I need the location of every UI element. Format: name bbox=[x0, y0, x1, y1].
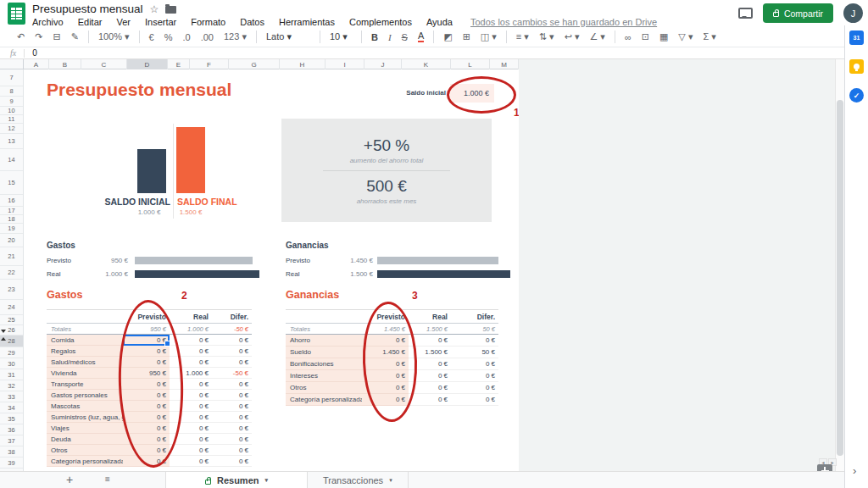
row-header-11[interactable]: 11 bbox=[0, 115, 23, 124]
cell-value[interactable]: 0 € bbox=[212, 379, 252, 390]
cell-value[interactable]: 0 € bbox=[212, 412, 252, 423]
row-header-33[interactable]: 33 bbox=[0, 391, 23, 402]
borders-icon[interactable]: ⊞ bbox=[463, 31, 470, 42]
merge-cells-select[interactable]: ◫ ▾ bbox=[481, 31, 497, 42]
font-select[interactable]: Lato ▾ bbox=[266, 31, 310, 42]
all-sheets-icon[interactable]: ≡ bbox=[105, 474, 111, 484]
cell-value[interactable]: 0 € bbox=[451, 394, 498, 406]
currency-format-icon[interactable]: € bbox=[149, 32, 154, 42]
cell-value[interactable]: 0 € bbox=[170, 456, 212, 467]
formula-input[interactable]: 0 bbox=[32, 48, 37, 58]
move-folder-icon[interactable] bbox=[165, 6, 176, 14]
row-header-17[interactable]: 17 bbox=[0, 207, 23, 215]
cell-value[interactable]: 0 € bbox=[409, 394, 451, 406]
row-header-22[interactable]: 22 bbox=[0, 266, 23, 280]
print-icon[interactable]: ⊟ bbox=[53, 31, 60, 42]
cell-value[interactable]: 0 € bbox=[212, 401, 252, 412]
row-label[interactable]: Suministros (luz, agua, gas, etc.) bbox=[47, 412, 123, 423]
row-header-31[interactable]: 31 bbox=[0, 369, 23, 380]
row-label[interactable]: Viajes bbox=[47, 423, 123, 434]
cell-value[interactable]: 0 € bbox=[212, 434, 252, 445]
row-header-19[interactable]: 19 bbox=[0, 224, 23, 234]
hide-panel-chevron-icon[interactable]: › bbox=[853, 464, 856, 477]
row-label[interactable]: Categoría personalizada bbox=[286, 394, 362, 406]
paint-format-icon[interactable]: ✎ bbox=[71, 31, 79, 42]
row-header-8[interactable]: 8 bbox=[0, 86, 23, 97]
column-header-C[interactable]: C bbox=[81, 59, 127, 69]
sheet-tab-menu-icon[interactable]: ▾ bbox=[389, 477, 392, 484]
sheet-canvas[interactable]: Presupuesto mensual Saldo inicial 1.000 … bbox=[24, 69, 519, 471]
column-header-E[interactable]: E bbox=[168, 59, 190, 69]
row-label[interactable]: Ahorro bbox=[286, 335, 362, 347]
row-header-7[interactable]: 7 bbox=[0, 69, 23, 86]
row-header-39[interactable]: 39 bbox=[0, 458, 23, 469]
row-label[interactable]: Gastos personales bbox=[47, 390, 123, 401]
cell-value[interactable]: -50 € bbox=[212, 368, 252, 379]
row-header-29[interactable]: 29 bbox=[0, 347, 23, 358]
cell-value[interactable]: 0 € bbox=[451, 382, 498, 394]
document-title[interactable]: Presupuesto mensual bbox=[32, 3, 143, 15]
row-label[interactable]: Sueldo bbox=[286, 347, 362, 358]
row-header-18[interactable]: 18 bbox=[0, 215, 23, 224]
strikethrough-button[interactable]: S bbox=[402, 32, 408, 42]
row-header-25[interactable]: 25 bbox=[0, 315, 23, 325]
insert-comment-icon[interactable]: ⊡ bbox=[642, 31, 649, 42]
row-header-38[interactable]: 38 bbox=[0, 446, 23, 458]
cell-value[interactable]: 0 € bbox=[170, 445, 212, 456]
row-label[interactable]: Vivienda bbox=[47, 368, 123, 379]
sheet-tab-menu-icon[interactable]: ▾ bbox=[265, 477, 269, 484]
decimal-decrease-icon[interactable]: .0 bbox=[183, 32, 191, 42]
hidden-rows-marker[interactable] bbox=[1, 335, 6, 341]
row-label[interactable]: Mascotas bbox=[47, 401, 123, 412]
horizontal-align-select[interactable]: ≡ ▾ bbox=[516, 31, 529, 42]
redo-icon[interactable]: ↷ bbox=[35, 31, 42, 42]
italic-button[interactable]: I bbox=[388, 32, 392, 42]
fill-color-icon[interactable]: ◩ bbox=[443, 31, 452, 42]
more-formats-select[interactable]: 123 ▾ bbox=[224, 31, 247, 42]
cell-value[interactable]: 0 € bbox=[212, 456, 252, 467]
column-header-L[interactable]: L bbox=[451, 59, 490, 69]
row-header-20[interactable]: 20 bbox=[0, 234, 23, 247]
select-all-corner[interactable] bbox=[0, 59, 24, 69]
row-header-13[interactable]: 13 bbox=[0, 134, 23, 149]
row-header-23[interactable]: 23 bbox=[0, 280, 23, 300]
row-header-10[interactable]: 10 bbox=[0, 107, 23, 115]
row-label[interactable]: Categoría personalizada 1 bbox=[47, 456, 123, 467]
tasks-icon[interactable]: ✓ bbox=[849, 88, 864, 103]
functions-select[interactable]: Σ ▾ bbox=[703, 31, 715, 42]
share-button[interactable]: Compartir bbox=[763, 3, 833, 23]
row-label[interactable]: Transporte bbox=[47, 379, 123, 390]
sheet-tab-transacciones[interactable]: Transacciones▾ bbox=[308, 472, 409, 488]
column-header-I[interactable]: I bbox=[326, 59, 364, 69]
cell-value[interactable]: 0 € bbox=[212, 423, 252, 434]
row-header-35[interactable]: 35 bbox=[0, 413, 23, 424]
row-header-14[interactable]: 14 bbox=[0, 149, 23, 171]
row-label[interactable]: Comida bbox=[47, 335, 123, 346]
vertical-align-select[interactable]: ⇅ ▾ bbox=[539, 31, 554, 42]
column-header-J[interactable]: J bbox=[364, 59, 402, 69]
decimal-increase-icon[interactable]: .00 bbox=[201, 32, 214, 42]
cell-value[interactable]: 0 € bbox=[212, 346, 252, 357]
row-header-34[interactable]: 34 bbox=[0, 402, 23, 413]
column-header-M[interactable]: M bbox=[490, 59, 519, 69]
column-header-B[interactable]: B bbox=[49, 59, 81, 69]
row-header-12[interactable]: 12 bbox=[0, 124, 23, 134]
account-avatar[interactable]: J bbox=[843, 3, 863, 23]
row-label[interactable]: Salud/médicos bbox=[47, 357, 123, 368]
row-header-16[interactable]: 16 bbox=[0, 195, 23, 207]
column-header-D[interactable]: D bbox=[127, 59, 168, 69]
add-sheet-icon[interactable]: + bbox=[66, 473, 73, 486]
cell-value[interactable]: 0 € bbox=[212, 335, 252, 346]
row-header-21[interactable]: 21 bbox=[0, 247, 23, 266]
cell-value[interactable]: 0 € bbox=[451, 358, 498, 370]
text-color-button[interactable]: A bbox=[418, 31, 424, 42]
percent-format-icon[interactable]: % bbox=[164, 32, 173, 42]
insert-chart-icon[interactable]: ▦ bbox=[659, 31, 668, 42]
cell-value[interactable]: 0 € bbox=[451, 335, 498, 347]
row-header-28[interactable]: 28 bbox=[0, 336, 23, 347]
text-wrap-select[interactable]: ↩ ▾ bbox=[565, 31, 580, 42]
cell-value[interactable]: 0 € bbox=[212, 445, 252, 456]
column-header-H[interactable]: H bbox=[280, 59, 326, 69]
calendar-icon[interactable]: 31 bbox=[849, 30, 864, 45]
row-header-9[interactable]: 9 bbox=[0, 97, 23, 107]
